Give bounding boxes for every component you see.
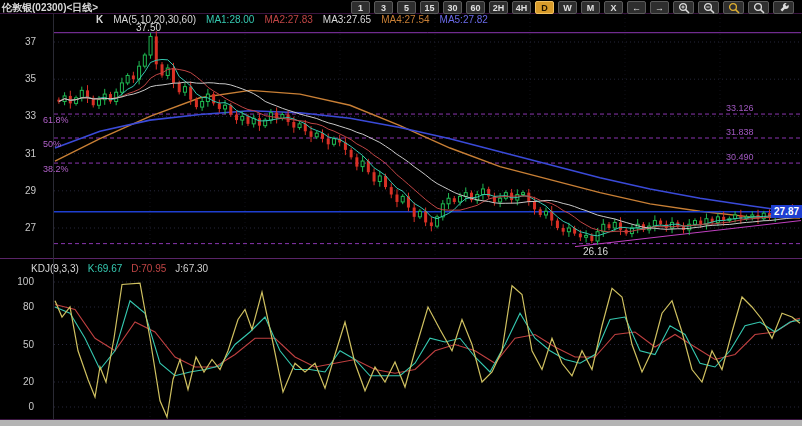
timeframe-button-m[interactable]: M bbox=[581, 1, 600, 14]
symbol-title: 伦敦银(02300)<日线> bbox=[2, 1, 98, 15]
kdj-indicator-header: KDJ(9,3,3) K:69.67 D:70.95 J:67.30 bbox=[31, 263, 208, 274]
timeframe-button-15[interactable]: 15 bbox=[420, 1, 439, 14]
main-y-axis-label: 37 bbox=[10, 36, 36, 47]
timeframe-button-1[interactable]: 1 bbox=[351, 1, 370, 14]
kdj-y-axis-label: 0 bbox=[8, 401, 34, 412]
kdj-j-value: J:67.30 bbox=[175, 263, 208, 274]
fib-price-label: 33.126 bbox=[726, 103, 754, 113]
timeframe-button-5[interactable]: 5 bbox=[397, 1, 416, 14]
ma4-value: MA4:27.54 bbox=[381, 14, 429, 25]
kdj-y-axis-label: 20 bbox=[8, 376, 34, 387]
ma1-value: MA1:28.00 bbox=[206, 14, 254, 25]
peak-price-annotation: 37.50 bbox=[136, 22, 161, 33]
kdj-d-value: D:70.95 bbox=[131, 263, 166, 274]
trading-app-window: 伦敦银(02300)<日线> 1351530602H4HDWMX←→ K MA(… bbox=[0, 0, 802, 426]
kdj-y-axis-label: 80 bbox=[8, 301, 34, 312]
k-indicator-label: K bbox=[96, 14, 103, 25]
main-y-axis-label: 27 bbox=[10, 222, 36, 233]
timeframe-button-3[interactable]: 3 bbox=[374, 1, 393, 14]
zoom-reset-icon[interactable] bbox=[748, 1, 769, 14]
timeframe-button-w[interactable]: W bbox=[558, 1, 577, 14]
current-price-tag: 27.87 bbox=[771, 205, 802, 218]
box-zoom-icon[interactable] bbox=[723, 1, 744, 14]
fib-percent-label: 38.2% bbox=[43, 164, 69, 174]
kdj-y-axis-label: 50 bbox=[8, 339, 34, 350]
ma5-value: MA5:27.82 bbox=[440, 14, 488, 25]
timeframe-button-60[interactable]: 60 bbox=[466, 1, 485, 14]
timeframe-button-2h[interactable]: 2H bbox=[489, 1, 508, 14]
tools-icon[interactable] bbox=[773, 1, 794, 14]
timeframe-button-d[interactable]: D bbox=[535, 1, 554, 14]
price-kdj-chart-canvas[interactable] bbox=[0, 0, 802, 426]
fib-price-label: 30.490 bbox=[726, 152, 754, 162]
main-y-axis-label: 31 bbox=[10, 148, 36, 159]
arrow-left-icon[interactable]: ← bbox=[627, 1, 646, 14]
main-y-axis-label: 29 bbox=[10, 185, 36, 196]
kdj-params-label: KDJ(9,3,3) bbox=[31, 263, 79, 274]
timeframe-button-30[interactable]: 30 bbox=[443, 1, 462, 14]
fib-percent-label: 61.8% bbox=[43, 115, 69, 125]
arrow-right-icon[interactable]: → bbox=[650, 1, 669, 14]
timeframe-button-4h[interactable]: 4H bbox=[512, 1, 531, 14]
ma2-value: MA2:27.83 bbox=[264, 14, 312, 25]
window-bottom-edge bbox=[0, 420, 802, 426]
main-y-axis-label: 33 bbox=[10, 110, 36, 121]
ma3-value: MA3:27.65 bbox=[323, 14, 371, 25]
fib-price-label: 31.838 bbox=[726, 127, 754, 137]
kdj-y-axis-label: 100 bbox=[8, 276, 34, 287]
timeframe-button-x[interactable]: X bbox=[604, 1, 623, 14]
zoom-out-icon[interactable] bbox=[698, 1, 719, 14]
kdj-k-value: K:69.67 bbox=[88, 263, 122, 274]
fib-percent-label: 50% bbox=[43, 139, 61, 149]
main-y-axis-label: 35 bbox=[10, 73, 36, 84]
low-price-annotation: 26.16 bbox=[583, 246, 608, 257]
zoom-in-icon[interactable] bbox=[673, 1, 694, 14]
timeframe-toolbar: 1351530602H4HDWMX←→ bbox=[351, 1, 794, 14]
